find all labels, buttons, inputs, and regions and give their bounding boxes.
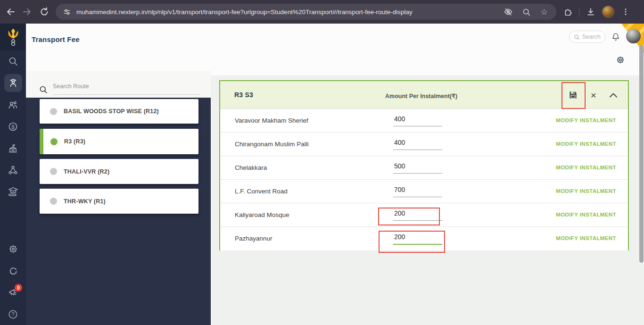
reload-icon[interactable] bbox=[39, 6, 50, 17]
download-icon[interactable] bbox=[585, 6, 596, 17]
route-list: BASIL WOODS STOP WISE (R12) R3 (R3) THAL… bbox=[26, 98, 211, 325]
sidebar-item-search[interactable] bbox=[0, 50, 26, 72]
route-status-dot bbox=[50, 108, 57, 115]
tracking-protection-icon[interactable] bbox=[503, 6, 514, 17]
sync-icon bbox=[8, 266, 18, 276]
route-list-item[interactable]: THALI-VVR (R2) bbox=[40, 159, 198, 184]
stop-name: Varavoor Makham Sherief bbox=[235, 117, 308, 124]
route-label: BASIL WOODS STOP WISE (R12) bbox=[64, 108, 159, 115]
fee-table-body: Varavoor Makham Sherief MODIFY INSTALMEN… bbox=[220, 109, 628, 250]
extensions-icon[interactable] bbox=[562, 6, 573, 17]
route-status-dot bbox=[50, 168, 57, 175]
route-label: THR-WKY (R1) bbox=[64, 198, 106, 205]
svg-text:$: $ bbox=[11, 124, 14, 129]
stop-name: Chelakkara bbox=[235, 164, 267, 171]
fee-table-row: Varavoor Makham Sherief MODIFY INSTALMEN… bbox=[220, 109, 628, 133]
global-search-label: Search bbox=[582, 33, 601, 40]
sidebar-item-sync[interactable] bbox=[0, 260, 26, 282]
student-icon bbox=[8, 78, 18, 88]
sidebar-item-academics[interactable] bbox=[0, 181, 26, 202]
modify-instalment-button[interactable]: MODIFY INSTALMENT bbox=[556, 117, 616, 123]
app-icon-rail: $ 0 ? bbox=[0, 24, 26, 325]
forward-icon[interactable] bbox=[22, 6, 33, 17]
fee-table-header: R3 S3 Amount Per Instalment(₹) × bbox=[220, 81, 628, 109]
global-search-button[interactable]: Search bbox=[569, 31, 605, 43]
graduation-icon bbox=[8, 186, 19, 197]
brand-logo[interactable] bbox=[0, 24, 26, 50]
amount-input[interactable] bbox=[393, 232, 442, 245]
modify-instalment-button[interactable]: MODIFY INSTALMENT bbox=[556, 165, 616, 170]
route-stop-group-title: R3 S3 bbox=[234, 91, 253, 99]
sidebar-item-settings[interactable] bbox=[0, 238, 26, 260]
amount-column-header: Amount Per Instalment(₹) bbox=[385, 92, 457, 100]
sidebar-item-institution[interactable] bbox=[0, 137, 26, 159]
route-list-item[interactable]: THR-WKY (R1) bbox=[40, 189, 198, 214]
fee-table-row: L.F. Convent Road MODIFY INSTALMENT bbox=[220, 180, 628, 203]
network-icon bbox=[8, 165, 18, 175]
sidebar-item-help[interactable]: ? bbox=[0, 303, 26, 325]
fee-table-row: Chelakkara MODIFY INSTALMENT bbox=[220, 156, 628, 180]
fee-table-row: Kaliyaroad Mosque MODIFY INSTALMENT bbox=[220, 203, 628, 227]
page-title: Transport Fee bbox=[32, 35, 80, 43]
route-search-input[interactable] bbox=[53, 83, 200, 90]
stop-name: Pazhayannur bbox=[235, 235, 272, 242]
route-search-zone bbox=[26, 71, 211, 98]
svg-text:?: ? bbox=[11, 311, 14, 317]
sidebar-item-students[interactable] bbox=[0, 72, 26, 94]
help-icon: ? bbox=[8, 309, 18, 320]
settings-gear-icon[interactable] bbox=[616, 55, 625, 65]
dollar-icon: $ bbox=[8, 121, 18, 132]
amount-input[interactable] bbox=[393, 161, 442, 174]
bookmark-star-icon[interactable]: ☆ bbox=[538, 6, 550, 17]
announcement-badge: 0 bbox=[15, 284, 22, 292]
page-scrollbar-thumb[interactable] bbox=[639, 45, 644, 263]
modify-instalment-button[interactable]: MODIFY INSTALMENT bbox=[556, 212, 616, 217]
stop-name: L.F. Convent Road bbox=[235, 188, 288, 195]
route-list-item[interactable]: BASIL WOODS STOP WISE (R12) bbox=[40, 99, 198, 124]
stop-name: Kaliyaroad Mosque bbox=[235, 211, 289, 218]
search-icon bbox=[574, 34, 579, 40]
route-search-icon bbox=[39, 85, 48, 94]
browser-menu-icon[interactable] bbox=[620, 6, 631, 17]
sidebar-item-community[interactable] bbox=[0, 159, 26, 181]
site-info-icon[interactable] bbox=[62, 7, 72, 17]
fee-table-row: Chirangonam Muslim Palli MODIFY INSTALME… bbox=[220, 133, 628, 156]
school-icon bbox=[8, 143, 18, 154]
route-label: R3 (R3) bbox=[64, 138, 85, 145]
route-list-item[interactable]: R3 (R3) bbox=[40, 129, 198, 154]
route-status-dot bbox=[50, 198, 57, 205]
stop-name: Chirangonam Muslim Palli bbox=[235, 141, 309, 148]
zoom-icon[interactable] bbox=[520, 6, 532, 17]
app-header bbox=[26, 24, 644, 75]
route-label: THALI-VVR (R2) bbox=[64, 168, 109, 175]
url-text[interactable]: muhammedint.nexterp.in/nlp/nlp/v1/transp… bbox=[76, 8, 498, 16]
back-icon[interactable] bbox=[5, 6, 16, 17]
sidebar-item-finance[interactable]: $ bbox=[0, 116, 26, 137]
amount-input[interactable] bbox=[393, 208, 442, 221]
amount-input[interactable] bbox=[393, 185, 442, 197]
route-search-underline bbox=[53, 94, 200, 95]
people-icon bbox=[8, 100, 18, 110]
browser-profile-avatar[interactable] bbox=[602, 6, 614, 18]
transport-fee-table: R3 S3 Amount Per Instalment(₹) × Varavoo… bbox=[219, 80, 629, 250]
route-status-dot bbox=[50, 138, 58, 145]
collapse-chevron-icon[interactable] bbox=[609, 92, 618, 98]
notifications-bell-icon[interactable] bbox=[611, 32, 620, 42]
toolbar-divider bbox=[579, 7, 579, 17]
modify-instalment-button[interactable]: MODIFY INSTALMENT bbox=[556, 235, 616, 241]
sidebar-item-announcements[interactable]: 0 bbox=[0, 282, 26, 303]
fee-table-row: Pazhayannur MODIFY INSTALMENT bbox=[220, 227, 628, 250]
modify-instalment-button[interactable]: MODIFY INSTALMENT bbox=[556, 141, 616, 147]
url-bar[interactable]: muhammedint.nexterp.in/nlp/nlp/v1/transp… bbox=[56, 4, 556, 20]
browser-toolbar: muhammedint.nexterp.in/nlp/nlp/v1/transp… bbox=[0, 0, 644, 24]
modify-instalment-button[interactable]: MODIFY INSTALMENT bbox=[556, 188, 616, 194]
save-icon[interactable] bbox=[568, 90, 578, 100]
amount-input[interactable] bbox=[393, 138, 442, 150]
user-avatar[interactable] bbox=[626, 29, 641, 43]
sidebar-item-people[interactable] bbox=[0, 94, 26, 116]
gear-icon bbox=[8, 244, 18, 254]
amount-input[interactable] bbox=[393, 114, 442, 126]
close-icon[interactable]: × bbox=[591, 90, 596, 100]
